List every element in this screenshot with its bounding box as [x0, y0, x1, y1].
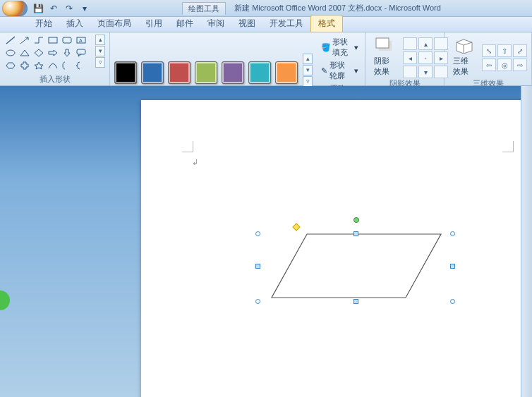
tab-layout[interactable]: 页面布局	[90, 16, 138, 32]
svg-marker-17	[457, 39, 472, 54]
resize-handle[interactable]	[255, 231, 260, 236]
style-swatches	[114, 56, 298, 84]
shape-brace-icon[interactable]	[75, 60, 87, 71]
nudge-center-icon[interactable]: ◦	[418, 51, 433, 64]
nudge-left-icon[interactable]: ◂	[403, 51, 417, 64]
tab-references[interactable]: 引用	[138, 16, 169, 32]
chevron-down-icon: ▾	[354, 66, 358, 75]
margin-corner-tl	[182, 141, 193, 152]
shape-triangle-icon[interactable]	[18, 47, 31, 59]
shadow-nudge-grid: ▴ ◂ ◦ ▸ ▾	[403, 35, 448, 78]
style-up-icon[interactable]: ▴	[303, 54, 313, 64]
shape-arrow-icon[interactable]	[18, 35, 31, 46]
group-insert-shapes: A ▴ ▾ ▿ 插入形状	[0, 32, 110, 85]
resize-handle[interactable]	[450, 231, 455, 236]
vertical-scrollbar[interactable]	[521, 86, 532, 397]
tilt-left-icon[interactable]: ⇦	[482, 59, 496, 71]
shape-fill-label: 形状填充	[332, 37, 352, 58]
resize-handle[interactable]	[255, 264, 260, 269]
shape-fill-button[interactable]: 🪣 形状填充 ▾	[319, 36, 361, 59]
resize-handle[interactable]	[450, 264, 455, 269]
swatch-black[interactable]	[114, 61, 137, 84]
nudge-down-icon[interactable]: ▾	[418, 66, 433, 78]
save-icon[interactable]: 💾	[32, 2, 44, 15]
shape-line-icon[interactable]	[4, 35, 17, 46]
tab-view[interactable]: 视图	[231, 16, 262, 32]
shape-right-arrow-icon[interactable]	[47, 47, 59, 59]
gallery-up-icon[interactable]: ▴	[95, 35, 105, 45]
undo-icon[interactable]: ↶	[47, 2, 60, 15]
qat-customize-icon[interactable]: ▾	[78, 2, 91, 15]
redo-icon[interactable]: ↷	[63, 2, 75, 15]
resize-handle[interactable]	[450, 299, 455, 304]
swatch-green[interactable]	[195, 61, 217, 84]
shape-bracket-icon[interactable]	[61, 60, 73, 71]
svg-marker-8	[35, 49, 43, 56]
pen-icon: ✎	[321, 66, 327, 75]
swatch-orange[interactable]	[275, 61, 298, 84]
rotation-handle[interactable]	[353, 217, 359, 223]
style-more-icon[interactable]: ▿	[303, 76, 313, 87]
cube-icon	[453, 36, 476, 54]
tilt-up-right-icon[interactable]: ⤢	[513, 44, 527, 57]
shape-ellipse-icon[interactable]	[4, 47, 17, 59]
title-center: 绘图工具 新建 Microsoft Office Word 2007 文档.do…	[91, 2, 532, 15]
side-handle[interactable]	[0, 291, 10, 310]
shape-plus-icon[interactable]	[18, 60, 31, 71]
gallery-down-icon[interactable]: ▾	[95, 46, 105, 56]
shape-star-icon[interactable]	[32, 60, 45, 71]
group-shape-styles: ▴ ▾ ▿ 🪣 形状填充 ▾ ✎ 形状轮廓 ▾ ◫ 更改形状 ▾	[110, 32, 365, 85]
tab-home[interactable]: 开始	[28, 16, 59, 32]
tab-review[interactable]: 审阅	[200, 16, 231, 32]
svg-line-1	[20, 37, 28, 44]
svg-marker-12	[6, 63, 15, 68]
page[interactable]: ↲	[141, 100, 532, 397]
shadow-icon	[374, 36, 397, 54]
tab-developer[interactable]: 开发工具	[262, 16, 310, 32]
tab-insert[interactable]: 插入	[59, 16, 90, 32]
shape-down-arrow-icon[interactable]	[61, 47, 73, 59]
three-d-effect-button[interactable]: 三维效果	[449, 35, 480, 78]
resize-handle[interactable]	[255, 299, 260, 304]
selected-shape[interactable]	[268, 227, 445, 305]
swatch-purple[interactable]	[222, 61, 244, 84]
shape-diamond-icon[interactable]	[32, 47, 45, 59]
ribbon-tabs: 开始 插入 页面布局 引用 邮件 审阅 视图 开发工具 格式	[0, 17, 532, 32]
resize-handle[interactable]	[353, 299, 358, 304]
office-button[interactable]	[2, 1, 28, 16]
shadow-effect-button[interactable]: 阴影效果	[370, 35, 401, 78]
svg-marker-9	[49, 50, 57, 56]
svg-marker-19	[272, 234, 441, 298]
shape-gallery-nav: ▴ ▾ ▿	[95, 35, 105, 68]
shape-hexagon-icon[interactable]	[4, 60, 17, 71]
style-down-icon[interactable]: ▾	[303, 65, 313, 75]
shape-rounded-rect-icon[interactable]	[61, 35, 73, 46]
shape-rect-icon[interactable]	[47, 35, 59, 46]
resize-handle[interactable]	[353, 231, 358, 236]
shape-callout-icon[interactable]	[75, 47, 87, 59]
swatch-red[interactable]	[168, 61, 191, 84]
tilt-up-icon[interactable]: ⇧	[497, 44, 512, 57]
svg-rect-16	[376, 38, 389, 48]
shape-elbow-icon[interactable]	[32, 35, 45, 46]
shape-textbox-icon[interactable]: A	[75, 35, 87, 46]
tilt-right-icon[interactable]: ⇨	[513, 59, 527, 71]
title-bar: 💾 ↶ ↷ ▾ 绘图工具 新建 Microsoft Office Word 20…	[0, 0, 532, 17]
document-area: ↲	[0, 86, 532, 397]
shape-outline-button[interactable]: ✎ 形状轮廓 ▾	[319, 59, 361, 82]
swatch-blue[interactable]	[141, 61, 164, 84]
gallery-more-icon[interactable]: ▿	[95, 57, 105, 68]
tab-mail[interactable]: 邮件	[169, 16, 200, 32]
contextual-tab-label: 绘图工具	[182, 2, 226, 15]
tilt-reset-icon[interactable]: ◎	[497, 59, 512, 71]
svg-text:A: A	[79, 38, 83, 43]
shape-curve-icon[interactable]	[47, 60, 59, 71]
svg-rect-2	[49, 37, 57, 43]
svg-marker-14	[35, 62, 43, 69]
nudge-up-icon[interactable]: ▴	[418, 37, 433, 50]
svg-line-0	[6, 37, 15, 44]
chevron-down-icon: ▾	[354, 43, 358, 52]
tilt-up-left-icon[interactable]: ⤡	[482, 44, 496, 57]
swatch-teal[interactable]	[248, 61, 271, 84]
tab-format[interactable]: 格式	[310, 15, 343, 32]
